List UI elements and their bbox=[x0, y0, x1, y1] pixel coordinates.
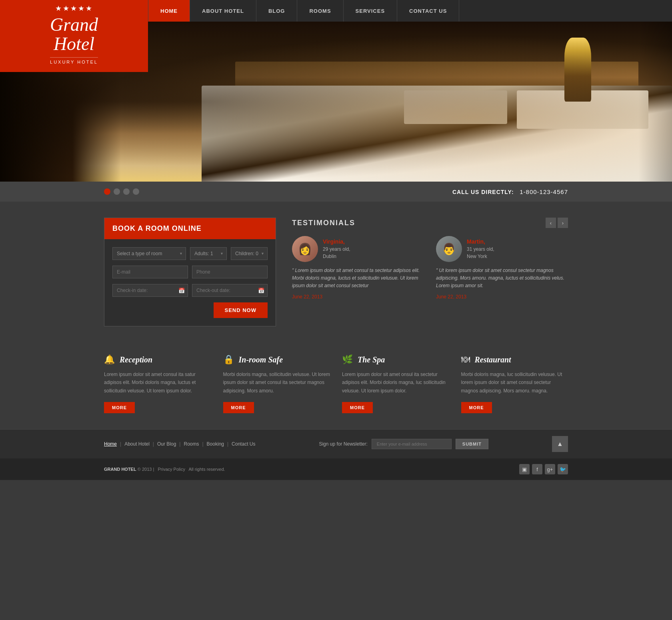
adults-select-wrap: Adults: 1 Adults: 2 Adults: 3 bbox=[190, 247, 227, 260]
amenities-section: 🔔 Reception Lorem ipsum dolor sit amet c… bbox=[0, 342, 672, 429]
slide-bar: CALL US DIRECTLY: 1-800-123-4567 bbox=[0, 182, 672, 202]
footer-copy: GRAND HOTEL © 2013 | Privacy Policy All … bbox=[104, 467, 225, 472]
testi-name-2: Martin, bbox=[467, 238, 494, 245]
testi-avatar-1: 👩 bbox=[292, 236, 318, 262]
slide-dot-2[interactable] bbox=[114, 188, 120, 195]
newsletter-label: Sign up for Newsletter: bbox=[319, 441, 367, 447]
amenity-reception: 🔔 Reception Lorem ipsum dolor sit amet c… bbox=[104, 354, 223, 413]
amenity-spa-title: The Spa bbox=[358, 355, 385, 364]
amenity-restaurant: 🍽 Restaurant Morbi doloris magna, luc so… bbox=[461, 354, 568, 413]
footer-link-home[interactable]: Home bbox=[104, 441, 117, 447]
amenity-restaurant-header: 🍽 Restaurant bbox=[461, 354, 568, 365]
footer-link-contact[interactable]: Contact Us bbox=[232, 441, 255, 447]
nav-contact[interactable]: CONTACT US bbox=[397, 0, 459, 22]
testi-quote-1: " Lorem ipsum dolor sit amet consul ta s… bbox=[292, 267, 424, 290]
nav-home[interactable]: HOME bbox=[148, 0, 190, 22]
scroll-top-button[interactable]: ▲ bbox=[552, 436, 568, 452]
logo-text: Grand Hotel bbox=[50, 15, 98, 54]
footer-link-rooms[interactable]: Rooms bbox=[184, 441, 199, 447]
testi-date-1: June 22, 2013 bbox=[292, 294, 424, 300]
testi-next-button[interactable]: › bbox=[558, 218, 568, 228]
adults-select[interactable]: Adults: 1 Adults: 2 Adults: 3 bbox=[190, 247, 227, 260]
checkout-wrap: 📅 bbox=[192, 284, 268, 297]
testi-person-1: 👩 Virginia, 29 years old, Dublin bbox=[292, 236, 424, 262]
amenity-reception-header: 🔔 Reception bbox=[104, 354, 211, 365]
slide-dot-4[interactable] bbox=[133, 188, 139, 195]
restaurant-icon: 🍽 bbox=[461, 354, 470, 365]
amenity-safe-header: 🔒 In-room Safe bbox=[223, 354, 330, 365]
slide-dots bbox=[104, 188, 452, 195]
testimonial-item-2: 👨 Martin, 31 years old, New York " Ut lo… bbox=[436, 236, 568, 300]
logo-block: ★★★★★ Grand Hotel LUXURY HOTEL bbox=[0, 0, 148, 72]
amenity-restaurant-title: Restaurant bbox=[475, 355, 511, 364]
booking-title: BOOK A ROOM ONLINE bbox=[112, 224, 268, 233]
testimonial-item-1: 👩 Virginia, 29 years old, Dublin " Lorem… bbox=[292, 236, 424, 300]
footer-privacy-link[interactable]: Privacy Policy bbox=[158, 467, 185, 472]
logo-subtitle: LUXURY HOTEL bbox=[50, 57, 98, 64]
amenity-spa-text: Lorem ipsum dolor sit amet onsul ita sec… bbox=[342, 370, 449, 395]
nav-links: HOME ABOUT HOTEL BLOG ROOMS SERVICES CON… bbox=[148, 0, 459, 22]
social-flickr-icon[interactable]: ▣ bbox=[519, 464, 530, 474]
amenity-restaurant-text: Morbi doloris magna, luc sollicitudin ve… bbox=[461, 370, 568, 395]
spa-more-button[interactable]: MORE bbox=[342, 402, 373, 413]
amenity-spa: 🌿 The Spa Lorem ipsum dolor sit amet ons… bbox=[342, 354, 461, 413]
lock-icon: 🔒 bbox=[223, 354, 234, 365]
booking-row-selects: Select a type of room Standard Room Delu… bbox=[112, 247, 268, 260]
social-icons: ▣ f g+ 🐦 bbox=[519, 464, 568, 474]
checkin-wrap: 📅 bbox=[112, 284, 188, 297]
booking-body: Select a type of room Standard Room Delu… bbox=[104, 239, 276, 326]
nav-about[interactable]: ABOUT HOTEL bbox=[190, 0, 256, 22]
testi-info-1: Virginia, 29 years old, Dublin bbox=[323, 238, 350, 260]
footer-link-blog[interactable]: Our Blog bbox=[157, 441, 176, 447]
checkout-input[interactable] bbox=[192, 284, 268, 297]
female-icon: 👩 bbox=[298, 242, 312, 256]
room-type-select[interactable]: Select a type of room Standard Room Delu… bbox=[112, 247, 186, 260]
social-facebook-icon[interactable]: f bbox=[532, 464, 542, 474]
children-select[interactable]: Children: 0 Children: 1 Children: 2 bbox=[231, 247, 268, 260]
footer-bottom: GRAND HOTEL © 2013 | Privacy Policy All … bbox=[0, 458, 672, 480]
bell-icon: 🔔 bbox=[104, 354, 115, 365]
logo-stars: ★★★★★ bbox=[55, 4, 93, 13]
footer-link-about[interactable]: About Hotel bbox=[124, 441, 150, 447]
social-twitter-icon[interactable]: 🐦 bbox=[558, 464, 568, 474]
slide-dot-1[interactable] bbox=[104, 188, 110, 195]
footer-link-booking[interactable]: Booking bbox=[207, 441, 224, 447]
amenity-reception-text: Lorem ipsum dolor sit amet consul ita sa… bbox=[104, 370, 211, 395]
slide-dot-3[interactable] bbox=[123, 188, 130, 195]
newsletter-input[interactable] bbox=[372, 439, 452, 449]
email-field[interactable] bbox=[112, 266, 188, 278]
nav-rooms[interactable]: ROOMS bbox=[297, 0, 343, 22]
nav-blog[interactable]: BLOG bbox=[256, 0, 298, 22]
testi-prev-button[interactable]: ‹ bbox=[546, 218, 556, 228]
restaurant-more-button[interactable]: MORE bbox=[461, 402, 492, 413]
amenity-safe-title: In-room Safe bbox=[239, 355, 283, 364]
footer-brand: GRAND HOTEL bbox=[104, 467, 136, 472]
newsletter-submit-button[interactable]: SUBMIT bbox=[456, 439, 488, 449]
amenity-safe: 🔒 In-room Safe Morbi doloris magna, soll… bbox=[223, 354, 342, 413]
newsletter-form: Sign up for Newsletter: SUBMIT bbox=[319, 439, 488, 449]
testi-quote-2: " Ut lorem ipsum dolor sit amet consul s… bbox=[436, 267, 568, 290]
testi-date-2: June 22, 2013 bbox=[436, 294, 568, 300]
checkin-input[interactable] bbox=[112, 284, 188, 297]
booking-row-dates: 📅 📅 bbox=[112, 284, 268, 297]
testi-name-1: Virginia, bbox=[323, 238, 350, 245]
room-select-wrap: Select a type of room Standard Room Delu… bbox=[112, 247, 186, 260]
testi-city-2: New York bbox=[467, 253, 494, 260]
testi-city-1: Dublin bbox=[323, 253, 350, 260]
nav-bar: ★★★★★ Grand Hotel LUXURY HOTEL HOME ABOU… bbox=[0, 0, 672, 22]
phone-field[interactable] bbox=[192, 266, 268, 278]
reception-more-button[interactable]: MORE bbox=[104, 402, 135, 413]
testi-age-2: 31 years old, bbox=[467, 246, 494, 253]
send-now-button[interactable]: SEND NOW bbox=[214, 302, 268, 318]
safe-more-button[interactable]: MORE bbox=[223, 402, 254, 413]
social-googleplus-icon[interactable]: g+ bbox=[545, 464, 555, 474]
nav-services[interactable]: SERVICES bbox=[344, 0, 398, 22]
testi-grid: 👩 Virginia, 29 years old, Dublin " Lorem… bbox=[292, 236, 568, 300]
booking-panel: BOOK A ROOM ONLINE Select a type of room… bbox=[104, 218, 276, 326]
call-number: 1-800-123-4567 bbox=[520, 188, 568, 195]
amenity-safe-text: Morbi doloris magna, sollicitudin velusu… bbox=[223, 370, 330, 395]
testi-avatar-2: 👨 bbox=[436, 236, 462, 262]
testimonials-header: TESTIMONIALS ‹ › bbox=[292, 218, 568, 228]
booking-row-contact bbox=[112, 266, 268, 278]
testi-nav: ‹ › bbox=[546, 218, 568, 228]
